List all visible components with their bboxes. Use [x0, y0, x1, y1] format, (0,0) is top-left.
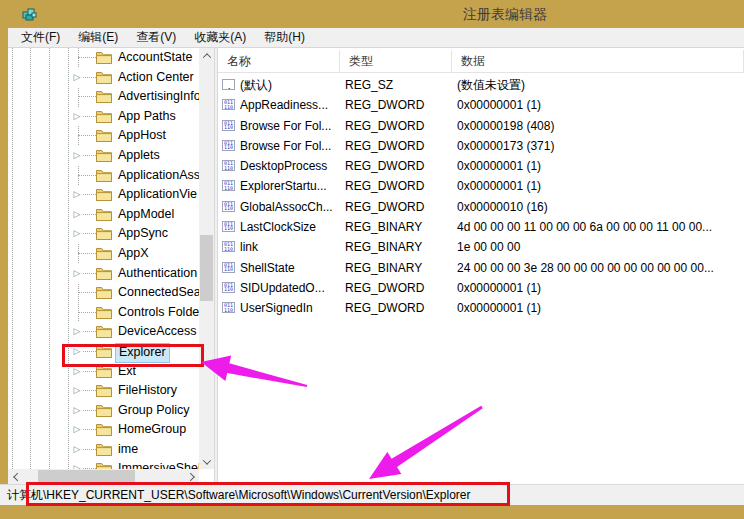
folder-icon [96, 208, 112, 221]
value-type: REG_BINARY [345, 217, 450, 237]
folder-icon [96, 267, 112, 280]
tree-scroll-area[interactable]: AccountState▷Action CenterAdvertisingInf… [8, 48, 199, 469]
tree-item-connectedsea[interactable]: ConnectedSea [8, 283, 199, 303]
tree-item-label: Authentication [115, 264, 199, 284]
value-row-lastclocksize[interactable]: 011110LastClockSizeREG_BINARY4d 00 00 00… [218, 217, 744, 237]
value-type: REG_DWORD [345, 197, 450, 217]
menubar: 文件(F)编辑(E)查看(V)收藏夹(A)帮助(H) [8, 28, 744, 48]
value-row-explorerstartu[interactable]: 011110ExplorerStartu...REG_DWORD0x000000… [218, 176, 744, 196]
value-row-globalassocch[interactable]: 011110GlobalAssocCh...REG_DWORD0x0000001… [218, 197, 744, 217]
folder-icon [96, 149, 112, 162]
tree-item-appmodel[interactable]: ▷AppModel [8, 205, 199, 225]
tree-item-applets[interactable]: ▷Applets [8, 146, 199, 166]
scroll-left-button[interactable] [8, 469, 23, 484]
reg-binary-icon: 011110 [222, 241, 235, 252]
reg-binary-icon: 011110 [222, 221, 235, 232]
expand-arrow-icon[interactable]: ▷ [71, 440, 83, 460]
scroll-up-button[interactable] [199, 48, 214, 63]
reg-binary-icon: 011110 [222, 302, 235, 313]
folder-icon [96, 306, 112, 319]
tree-item-immersiveshel[interactable]: ▷ImmersiveShel [8, 459, 199, 469]
chevron-right-icon [186, 472, 194, 480]
expand-arrow-icon[interactable]: ▷ [71, 381, 83, 401]
tree-item-applicationass[interactable]: ApplicationAss [8, 166, 199, 186]
window-title: 注册表编辑器 [463, 0, 547, 28]
horizontal-scroll-thumb[interactable] [38, 470, 135, 483]
folder-icon [96, 51, 112, 64]
menu-item-edit[interactable]: 编辑(E) [69, 28, 127, 47]
tree-item-label: AccountState [115, 48, 195, 68]
value-row-sidupdatedo[interactable]: 011110SIDUpdatedO...REG_DWORD0x00000001 … [218, 278, 744, 298]
tree-item-apphost[interactable]: AppHost [8, 126, 199, 146]
value-row-shellstate[interactable]: 011110ShellStateREG_BINARY24 00 00 00 3e… [218, 258, 744, 278]
tree-item-filehistory[interactable]: ▷FileHistory [8, 381, 199, 401]
vertical-scroll-thumb[interactable] [200, 235, 213, 301]
tree-vertical-scrollbar[interactable] [199, 48, 214, 469]
value-row-usersignedin[interactable]: 011110UserSignedInREG_DWORD0x00000001 (1… [218, 298, 744, 318]
tree-item-app-paths[interactable]: ▷App Paths [8, 107, 199, 127]
window-bottom-border [0, 505, 744, 519]
column-header-type[interactable]: 类型 [340, 50, 452, 72]
expand-arrow-icon[interactable]: ▷ [71, 205, 83, 225]
expand-arrow-icon[interactable]: ▷ [71, 224, 83, 244]
column-header-name[interactable]: 名称 [218, 50, 340, 72]
expand-arrow-icon[interactable]: ▷ [71, 68, 83, 88]
value-type: REG_DWORD [345, 156, 450, 176]
tree-item-controls-folde[interactable]: Controls Folde [8, 303, 199, 323]
value-row-link[interactable]: 011110linkREG_BINARY1e 00 00 00 [218, 237, 744, 257]
tree-item-appsync[interactable]: ▷AppSync [8, 224, 199, 244]
menu-item-favorites[interactable]: 收藏夹(A) [185, 28, 255, 47]
value-name: (默认) [240, 75, 338, 95]
tree-item-action-center[interactable]: ▷Action Center [8, 68, 199, 88]
value-row-desktopprocess[interactable]: 011110DesktopProcessREG_DWORD0x00000001 … [218, 156, 744, 176]
tree-item-accountstate[interactable]: AccountState [8, 48, 199, 68]
tree-item-authentication[interactable]: ▷Authentication [8, 264, 199, 284]
value-row-browse-for-fol[interactable]: 011110Browse For Fol...REG_DWORD0x000001… [218, 116, 744, 136]
menu-item-help[interactable]: 帮助(H) [255, 28, 314, 47]
expand-arrow-icon[interactable]: ▷ [71, 264, 83, 284]
expand-arrow-icon[interactable]: ▷ [71, 322, 83, 342]
tree-item-label: Explorer [115, 343, 170, 363]
value-name: ExplorerStartu... [240, 176, 338, 196]
expand-arrow-icon[interactable]: ▷ [71, 362, 83, 382]
tree-item-ext[interactable]: ▷Ext [8, 362, 199, 382]
expand-arrow-icon[interactable]: ▷ [71, 185, 83, 205]
tree-item-applicationvie[interactable]: ▷ApplicationVie [8, 185, 199, 205]
value-type: REG_DWORD [345, 176, 450, 196]
value-data: 0x00000001 (1) [457, 156, 742, 176]
tree-item-ime[interactable]: ▷ime [8, 440, 199, 460]
value-data: 0x00000001 (1) [457, 176, 742, 196]
value-row-item[interactable]: ab(默认)REG_SZ(数值未设置) [218, 75, 744, 95]
tree-item-label: Action Center [115, 68, 197, 88]
value-type: REG_BINARY [345, 258, 450, 278]
expand-arrow-icon[interactable]: ▷ [71, 459, 83, 469]
menu-item-file[interactable]: 文件(F) [12, 28, 69, 47]
value-row-appreadiness[interactable]: 011110AppReadiness...REG_DWORD0x00000001… [218, 95, 744, 115]
scroll-down-button[interactable] [199, 454, 214, 469]
value-name: link [240, 237, 338, 257]
scroll-right-button[interactable] [184, 469, 199, 484]
expand-arrow-icon[interactable]: ▷ [71, 342, 83, 362]
value-row-browse-for-fol[interactable]: 011110Browse For Fol...REG_DWORD0x000001… [218, 136, 744, 156]
reg-binary-icon: 011110 [222, 282, 235, 293]
tree-item-homegroup[interactable]: ▷HomeGroup [8, 420, 199, 440]
value-data: 1e 00 00 00 [457, 237, 742, 257]
expand-arrow-icon[interactable]: ▷ [71, 146, 83, 166]
expand-arrow-icon[interactable]: ▷ [71, 420, 83, 440]
tree-item-appx[interactable]: AppX [8, 244, 199, 264]
column-header-data[interactable]: 数据 [452, 50, 744, 72]
tree-item-explorer[interactable]: ▷Explorer [8, 342, 199, 362]
folder-icon [96, 404, 112, 417]
expand-arrow-icon[interactable]: ▷ [71, 401, 83, 421]
tree-item-advertisinginfo[interactable]: AdvertisingInfo [8, 87, 199, 107]
value-name: Browse For Fol... [240, 136, 338, 156]
main-area: AccountState▷Action CenterAdvertisingInf… [8, 48, 744, 484]
tree-horizontal-scrollbar[interactable] [8, 469, 199, 484]
value-type: REG_DWORD [345, 298, 450, 318]
tree-item-deviceaccess[interactable]: ▷DeviceAccess [8, 322, 199, 342]
tree-item-label: HomeGroup [115, 420, 189, 440]
expand-arrow-icon[interactable]: ▷ [71, 107, 83, 127]
menu-item-view[interactable]: 查看(V) [127, 28, 185, 47]
value-type: REG_DWORD [345, 136, 450, 156]
tree-item-group-policy[interactable]: ▷Group Policy [8, 401, 199, 421]
